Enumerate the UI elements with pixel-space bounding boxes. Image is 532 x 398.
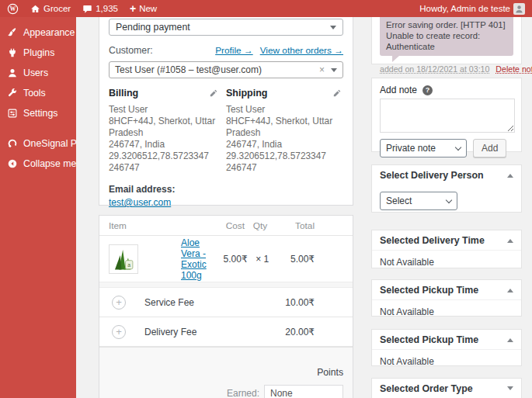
plus-circle-icon[interactable]: + — [112, 325, 126, 339]
sidebar-item-collapse-menu[interactable]: Collapse menu — [0, 154, 76, 174]
panel-title: Selected Delivery Time — [380, 235, 485, 246]
panel-content: Not Available — [372, 300, 521, 324]
toggle-up-icon — [507, 335, 513, 342]
chevron-down-icon — [455, 144, 461, 150]
note-added-date: added on 18/12/2021 at 03:10 — [380, 64, 489, 74]
product-total: 5.00₹ — [277, 254, 315, 265]
plus-circle-icon[interactable]: + — [112, 296, 126, 310]
profile-link[interactable]: Profile → — [215, 45, 253, 56]
sidebar-item-label: Plugins — [23, 47, 54, 58]
points-label: Points — [109, 367, 343, 378]
panel-header[interactable]: Selected Order Type — [372, 379, 521, 398]
new-label: New — [139, 4, 157, 13]
clear-icon[interactable]: × — [319, 64, 325, 75]
comments-icon — [82, 4, 92, 14]
site-name: Grocer — [43, 4, 71, 13]
help-icon[interactable]: ? — [422, 85, 433, 95]
note-type-select[interactable]: Private note — [380, 139, 467, 157]
product-cost: 5.00₹ — [207, 254, 248, 265]
home-icon — [30, 4, 40, 14]
add-note-button[interactable]: Add — [473, 139, 506, 157]
wordpress-admin-page: W Grocer 1,935 + New Howdy, — [0, 0, 532, 398]
settings-icon — [7, 108, 18, 119]
table-row-product: a Aloe Vera - Exotic 100g 5.00₹ × 1 5.00… — [99, 236, 353, 282]
shipping-address-line: 29.3206512,78.5723347 — [226, 151, 342, 162]
sidebar-item-tools[interactable]: Tools — [0, 83, 76, 103]
edit-shipping-pencil-icon[interactable] — [332, 88, 342, 98]
add-note-label: Add note — [380, 85, 417, 95]
plus-icon: + — [130, 3, 136, 14]
user-icon — [7, 67, 18, 78]
delivery-person-select[interactable]: Select — [380, 192, 457, 210]
sidebar-item-label: Settings — [23, 108, 57, 119]
email-link[interactable]: test@user.com — [109, 197, 171, 208]
panel-order-data: Pending payment Customer: Profile →View … — [99, 16, 353, 206]
account-menu[interactable]: Howdy, Admin de teste — [419, 3, 525, 15]
shipping-address-line: 246747, India — [226, 139, 342, 151]
menu-separator — [0, 123, 76, 133]
new-content-button[interactable]: + New — [130, 4, 157, 14]
customer-value: Test User (#1058 – test@user.com) — [115, 64, 262, 75]
panel-selected-pickup-time-1: Selected Pickup Time Not Available — [371, 279, 522, 317]
wp-logo-button[interactable]: W — [7, 3, 19, 15]
site-home-link[interactable]: Grocer — [30, 4, 71, 14]
panel-header[interactable]: Select Delivery Person — [372, 165, 521, 185]
sidebar-item-onesignal-push[interactable]: OneSignal Push — [0, 133, 76, 154]
add-note-textarea[interactable] — [380, 99, 515, 133]
delete-note-link[interactable]: Delete note — [495, 64, 532, 74]
fee-total: 10.00₹ — [202, 297, 315, 308]
customer-select[interactable]: Test User (#1058 – test@user.com) × — [109, 61, 343, 78]
avatar — [513, 3, 525, 15]
sidebar-item-settings[interactable]: Settings — [0, 103, 76, 123]
user-avatar-icon — [514, 4, 524, 14]
panel-selected-order-type: Selected Order Type — [371, 378, 522, 398]
edit-billing-pencil-icon[interactable] — [209, 88, 218, 98]
billing-address-line: 29.3206512,78.5723347 — [109, 151, 218, 162]
aloe-vera-image: a — [110, 246, 137, 272]
sidebar-item-users[interactable]: Users — [0, 63, 76, 83]
shipping-heading: Shipping — [226, 88, 267, 99]
toggle-up-icon — [507, 171, 513, 178]
column-total: Total — [276, 220, 315, 231]
earned-points-input[interactable] — [264, 385, 343, 398]
items-table-header: Item Cost Qty Total — [99, 216, 353, 236]
note-type-value: Private note — [386, 143, 436, 154]
column-item: Item — [109, 220, 202, 231]
chevron-down-icon — [446, 196, 452, 202]
product-link[interactable]: Aloe Vera - Exotic 100g — [181, 237, 207, 281]
shipping-address-line: 246747 — [226, 162, 342, 174]
wordpress-logo-icon: W — [7, 3, 19, 15]
collapse-arrow-icon — [7, 158, 18, 169]
shipping-address-line: Test User — [226, 104, 342, 116]
toggle-down-icon — [507, 386, 513, 393]
customer-label: Customer: — [109, 45, 153, 56]
fee-total: 20.00₹ — [202, 327, 315, 337]
sidebar-item-label: Users — [23, 67, 48, 78]
fee-name: Delivery Fee — [144, 327, 202, 337]
view-other-orders-link[interactable]: View other orders → — [260, 45, 343, 56]
column-cost: Cost — [202, 220, 245, 231]
billing-address-line: 8HCF+44J, Sherkot, Uttar Pradesh — [109, 116, 218, 139]
panel-header[interactable]: Selected Delivery Time — [372, 230, 521, 251]
billing-address-line: 246747 — [109, 162, 218, 174]
chevron-down-icon — [331, 68, 337, 75]
product-qty: × 1 — [248, 254, 277, 265]
admin-bar: W Grocer 1,935 + New Howdy, — [0, 0, 532, 17]
panel-title: Selected Pickup Time — [380, 334, 478, 345]
table-row-fee: + Service Fee 10.00₹ — [99, 288, 353, 317]
column-qty: Qty — [245, 220, 276, 231]
content-area: Pending payment Customer: Profile →View … — [76, 17, 532, 398]
wrench-icon — [7, 88, 18, 99]
panel-header[interactable]: Selected Pickup Time — [372, 330, 521, 350]
sidebar-item-appearance[interactable]: Appearance — [0, 22, 76, 43]
svg-text:a: a — [127, 261, 130, 267]
comments-link[interactable]: 1,935 — [82, 4, 118, 14]
panel-header[interactable]: Selected Pickup Time — [372, 280, 521, 300]
sidebar-item-plugins[interactable]: Plugins — [0, 43, 76, 63]
comments-count: 1,935 — [96, 4, 118, 13]
plug-icon — [7, 47, 18, 58]
onesignal-icon — [7, 138, 18, 149]
product-thumbnail: a — [109, 244, 138, 274]
order-status-select[interactable]: Pending payment — [109, 19, 343, 36]
svg-text:W: W — [10, 5, 16, 12]
